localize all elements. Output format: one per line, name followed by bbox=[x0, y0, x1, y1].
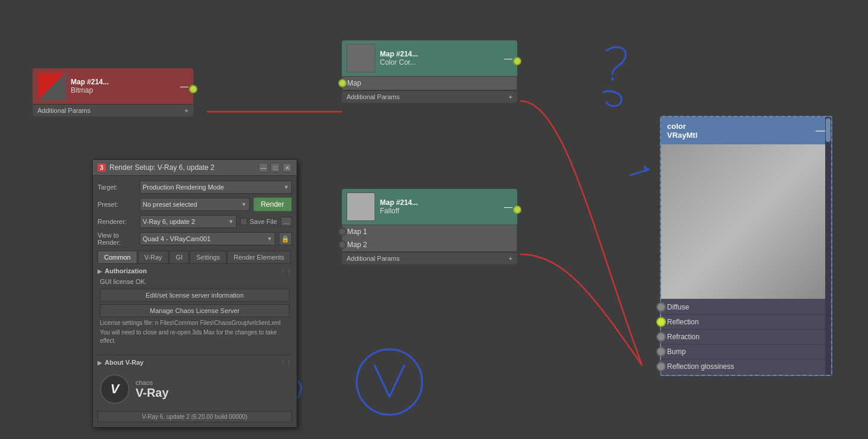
license-note: You will need to close and re-open 3ds M… bbox=[100, 329, 290, 345]
falloff-type: Falloff bbox=[380, 207, 499, 215]
bitmap-minimize-btn[interactable]: — bbox=[180, 81, 188, 91]
color-correction-body: Map bbox=[342, 76, 517, 90]
falloff-node: Map #214... Falloff — Map 1 Map 2 Additi… bbox=[342, 189, 517, 264]
color-correction-map-input[interactable] bbox=[338, 79, 347, 87]
vray-reflection-glossiness-label: Reflection glossiness bbox=[667, 362, 734, 371]
manage-chaos-btn[interactable]: Manage Chaos License Server bbox=[100, 304, 290, 317]
preset-select[interactable]: No preset selected ▼ bbox=[140, 198, 250, 211]
dialog-restore-btn[interactable]: □ bbox=[271, 163, 280, 172]
target-row: Target: Production Rendering Mode ▼ bbox=[98, 181, 292, 194]
target-arrow: ▼ bbox=[284, 184, 289, 190]
chaos-label: chaos bbox=[136, 379, 169, 386]
save-file-checkbox-area: Save File bbox=[240, 218, 277, 225]
preset-label: Preset: bbox=[98, 201, 136, 208]
about-section-header: ▶ About V-Ray ⋮⋮ bbox=[98, 359, 292, 366]
vray-diffuse-label: Diffuse bbox=[667, 303, 689, 311]
vray-node-minimize[interactable]: — bbox=[816, 125, 825, 136]
falloff-body: Map 1 Map 2 bbox=[342, 225, 517, 252]
auth-title: Authorization bbox=[105, 267, 147, 274]
vray-scrollbar-thumb[interactable] bbox=[826, 118, 831, 142]
tab-common[interactable]: Common bbox=[98, 251, 137, 263]
falloff-header: Map #214... Falloff — bbox=[342, 189, 517, 225]
bitmap-footer-label: Additional Params bbox=[37, 107, 90, 114]
falloff-map1-input[interactable] bbox=[338, 228, 347, 236]
dialog-controls: — □ ✕ bbox=[259, 163, 292, 172]
tab-vray[interactable]: V-Ray bbox=[138, 251, 169, 263]
about-title: About V-Ray bbox=[105, 359, 143, 366]
tab-gi[interactable]: GI bbox=[169, 251, 190, 263]
falloff-thumbnail bbox=[347, 192, 375, 221]
target-value: Production Rendering Mode bbox=[143, 184, 224, 191]
render-setup-dialog: 3 Render Setup: V-Ray 6, update 2 — □ ✕ … bbox=[92, 159, 297, 428]
view-value: Quad 4 - VRayCam001 bbox=[143, 235, 210, 242]
vray-reflection-dot[interactable] bbox=[656, 317, 666, 327]
color-correction-name: Map #214... bbox=[380, 50, 499, 58]
dialog-tabs: Common V-Ray GI Settings Render Elements bbox=[98, 251, 292, 264]
view-arrow: ▼ bbox=[267, 236, 272, 242]
license-file-row: License settings file: n Files\Common Fi… bbox=[100, 320, 290, 326]
bitmap-node-type: Bitmap bbox=[71, 86, 175, 94]
renderer-row: Renderer: V-Ray 6, update 2 ▼ Save File … bbox=[98, 215, 292, 228]
preset-value: No preset selected bbox=[143, 201, 197, 208]
vray-refraction-port[interactable]: Refraction bbox=[661, 330, 831, 345]
edit-license-btn[interactable]: Edit/set license server information bbox=[100, 289, 290, 302]
bitmap-thumbnail bbox=[37, 72, 66, 100]
dots-btn[interactable]: ... bbox=[281, 217, 292, 226]
vray-refraction-label: Refraction bbox=[667, 333, 700, 341]
vray-version-bar: V-Ray 6, update 2 (6.20.00 build 00000) bbox=[98, 411, 292, 422]
license-status: GUI license OK. bbox=[100, 278, 290, 285]
auth-dots: ⋮⋮ bbox=[280, 268, 292, 274]
color-correction-footer: Additional Params + bbox=[342, 90, 517, 103]
vray-node-preview bbox=[661, 144, 831, 299]
vray-bump-port[interactable]: Bump bbox=[661, 345, 831, 359]
bitmap-footer-plus: + bbox=[185, 107, 188, 114]
falloff-output-dot[interactable] bbox=[513, 206, 521, 214]
bitmap-node-header: Map #214... Bitmap — bbox=[33, 68, 193, 104]
color-correction-output-dot[interactable] bbox=[513, 57, 521, 65]
falloff-map2-input[interactable] bbox=[338, 241, 347, 249]
color-correction-map-port[interactable]: Map bbox=[342, 77, 517, 90]
vray-bump-dot[interactable] bbox=[656, 347, 666, 356]
view-select[interactable]: Quad 4 - VRayCam001 ▼ bbox=[140, 232, 275, 245]
falloff-map1-port[interactable]: Map 1 bbox=[342, 225, 517, 238]
color-correction-thumbnail bbox=[347, 44, 375, 72]
auth-arrow: ▶ bbox=[98, 268, 102, 274]
falloff-minimize[interactable]: — bbox=[504, 202, 512, 211]
preset-arrow: ▼ bbox=[241, 201, 247, 207]
vray-reflection-glossiness-port[interactable]: Reflection glossiness bbox=[661, 359, 831, 374]
renderer-label: Renderer: bbox=[98, 218, 136, 225]
save-file-checkbox[interactable] bbox=[240, 218, 247, 225]
tab-render-elements[interactable]: Render Elements bbox=[227, 251, 291, 263]
bitmap-footer: Additional Params + bbox=[33, 104, 193, 116]
target-select[interactable]: Production Rendering Mode ▼ bbox=[140, 181, 292, 194]
tab-settings[interactable]: Settings bbox=[190, 251, 227, 263]
falloff-map1-label: Map 1 bbox=[347, 228, 367, 236]
vray-refraction-dot[interactable] bbox=[656, 332, 666, 342]
bitmap-node-name: Map #214... bbox=[71, 78, 175, 86]
vray-logo-v: V bbox=[111, 381, 119, 397]
view-to-render-row: View toRender: Quad 4 - VRayCam001 ▼ 🔒 bbox=[98, 232, 292, 246]
dialog-title: Render Setup: V-Ray 6, update 2 bbox=[109, 163, 215, 172]
lock-btn[interactable]: 🔒 bbox=[279, 232, 292, 245]
about-arrow: ▶ bbox=[98, 359, 102, 366]
falloff-footer-label: Additional Params bbox=[347, 255, 400, 262]
falloff-map2-port[interactable]: Map 2 bbox=[342, 238, 517, 251]
target-label: Target: bbox=[98, 184, 136, 191]
vray-reflection-glossiness-dot[interactable] bbox=[656, 362, 666, 371]
falloff-name: Map #214... bbox=[380, 198, 499, 207]
falloff-footer-plus: + bbox=[509, 255, 512, 262]
vray-logo-icon: V bbox=[100, 374, 130, 404]
color-correction-minimize[interactable]: — bbox=[504, 53, 512, 63]
bitmap-output-dot[interactable] bbox=[189, 85, 197, 93]
save-file-label: Save File bbox=[250, 218, 277, 225]
vray-diffuse-port[interactable]: Diffuse bbox=[661, 300, 831, 315]
render-button[interactable]: Render bbox=[253, 197, 292, 211]
falloff-map2-label: Map 2 bbox=[347, 241, 367, 249]
vray-node-ports: Diffuse Reflection Refraction Bump Refle… bbox=[661, 299, 831, 375]
dialog-minimize-btn[interactable]: — bbox=[259, 163, 268, 172]
vray-reflection-port[interactable]: Reflection bbox=[661, 315, 831, 330]
renderer-select[interactable]: V-Ray 6, update 2 ▼ bbox=[140, 215, 237, 228]
vray-diffuse-dot[interactable] bbox=[656, 302, 666, 312]
vray-scrollbar[interactable] bbox=[825, 117, 831, 375]
dialog-close-btn[interactable]: ✕ bbox=[282, 163, 292, 172]
